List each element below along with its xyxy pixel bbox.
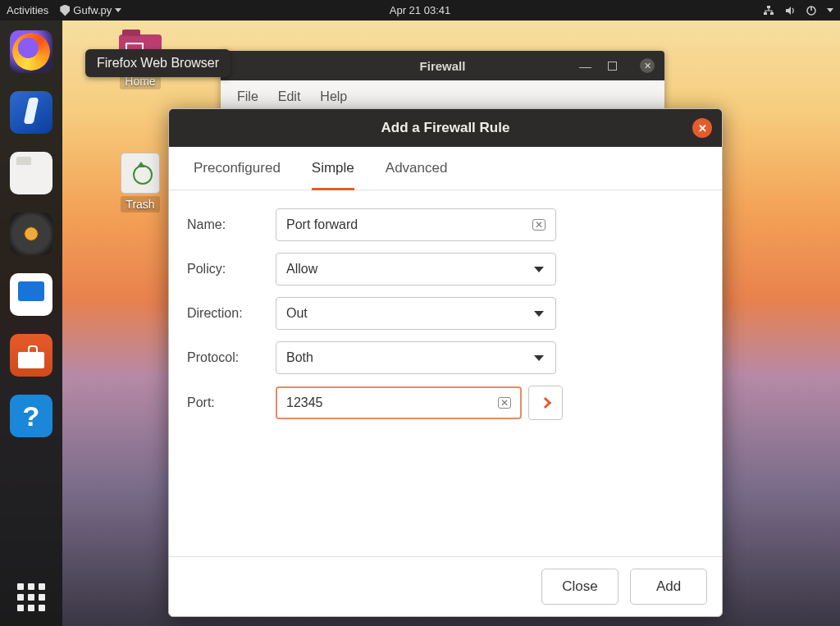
add-rule-dialog: Add a Firewall Rule ✕ Preconfigured Simp…: [168, 108, 723, 617]
policy-select[interactable]: Allow: [276, 253, 556, 286]
dock-help[interactable]: ?: [10, 395, 52, 437]
svg-rect-0: [767, 6, 770, 8]
dock-tooltip: Firefox Web Browser: [85, 49, 231, 77]
dialog-form: Name: Port forward ✕ Policy: Allow Direc…: [169, 190, 722, 432]
activities-button[interactable]: Activities: [7, 4, 48, 16]
firewall-window: Firewall — ✕ File Edit Help: [221, 51, 664, 117]
top-bar: Activities Gufw.py Apr 21 03:41: [0, 0, 840, 21]
chevron-down-icon: [115, 8, 121, 12]
label-name: Name:: [187, 217, 276, 232]
trash-icon: [121, 153, 160, 194]
firefox-icon: [12, 33, 50, 71]
firewall-title: Firewall: [420, 59, 466, 73]
clear-name-icon[interactable]: ✕: [532, 219, 546, 231]
dialog-close-button[interactable]: ✕: [692, 118, 712, 138]
protocol-select[interactable]: Both: [276, 341, 556, 374]
dock-firefox[interactable]: [10, 30, 52, 73]
top-app-name: Gufw.py: [73, 4, 112, 16]
svg-rect-2: [770, 12, 774, 15]
menu-edit[interactable]: Edit: [278, 89, 301, 104]
clock[interactable]: Apr 21 03:41: [390, 4, 450, 16]
shield-icon: [60, 5, 70, 16]
dock-rhythmbox[interactable]: [10, 212, 52, 255]
tab-preconfigured[interactable]: Preconfigured: [194, 160, 281, 190]
show-applications-button[interactable]: [17, 583, 45, 611]
window-maximize-icon[interactable]: [608, 62, 617, 71]
direction-select[interactable]: Out: [276, 297, 556, 330]
direction-value: Out: [286, 306, 308, 321]
menu-file[interactable]: File: [237, 89, 258, 104]
dialog-title: Add a Firewall Rule: [381, 120, 510, 136]
desktop-trash-label: Trash: [121, 196, 159, 212]
label-port: Port:: [187, 395, 276, 410]
port-value: 12345: [286, 395, 323, 410]
system-menu-chevron-icon[interactable]: [827, 8, 833, 12]
name-value: Port forward: [286, 217, 358, 232]
window-minimize-icon[interactable]: —: [579, 59, 591, 73]
dock-libreoffice[interactable]: [10, 273, 52, 316]
network-icon[interactable]: [763, 5, 774, 16]
clear-port-icon[interactable]: ✕: [498, 397, 511, 409]
dialog-footer: Close Add: [169, 556, 722, 616]
svg-rect-1: [764, 12, 767, 15]
dock-thunderbird[interactable]: [10, 91, 52, 134]
port-input[interactable]: 12345 ✕: [276, 386, 522, 419]
chevron-down-icon: [534, 311, 544, 317]
add-button[interactable]: Add: [630, 569, 707, 605]
close-button[interactable]: Close: [541, 569, 619, 605]
window-close-icon[interactable]: ✕: [640, 58, 655, 73]
protocol-value: Both: [286, 350, 313, 365]
dock: ?: [0, 21, 62, 626]
desktop-trash[interactable]: Trash: [113, 153, 167, 212]
dialog-tabs: Preconfigured Simple Advanced: [169, 147, 722, 190]
chevron-down-icon: [534, 267, 544, 272]
firewall-titlebar[interactable]: Firewall — ✕: [221, 51, 664, 80]
label-direction: Direction:: [187, 306, 276, 321]
label-protocol: Protocol:: [187, 350, 276, 365]
top-app-menu[interactable]: Gufw.py: [60, 4, 121, 16]
dialog-titlebar[interactable]: Add a Firewall Rule ✕: [169, 109, 722, 147]
name-input[interactable]: Port forward ✕: [276, 208, 556, 241]
power-icon[interactable]: [806, 5, 817, 16]
label-policy: Policy:: [187, 262, 276, 276]
tab-advanced[interactable]: Advanced: [386, 160, 448, 190]
tab-simple[interactable]: Simple: [312, 160, 354, 190]
menu-help[interactable]: Help: [320, 89, 347, 104]
chevron-right-icon: [540, 397, 551, 409]
chevron-down-icon: [534, 355, 544, 361]
volume-icon[interactable]: [784, 5, 796, 16]
policy-value: Allow: [286, 262, 317, 276]
dock-software[interactable]: [10, 334, 52, 377]
dock-files[interactable]: [10, 152, 52, 194]
port-expand-button[interactable]: [528, 386, 563, 420]
